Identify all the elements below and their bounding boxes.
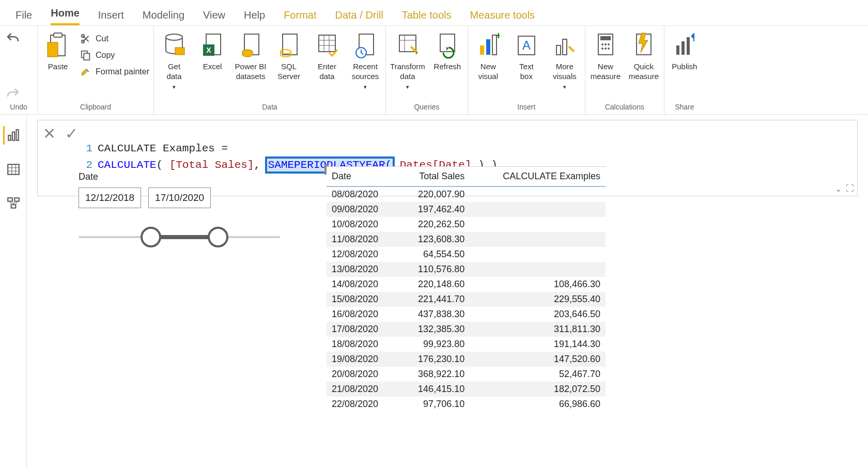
undo-icon[interactable]	[4, 31, 22, 46]
sql-server-button[interactable]: SQL Server	[273, 31, 305, 82]
group-label-clipboard: Clipboard	[42, 102, 149, 113]
text-box-button[interactable]: A Text box	[510, 31, 542, 82]
cell-date: 17/08/2020	[327, 322, 398, 337]
recent-sources-button[interactable]: Recent sources ▾	[349, 31, 381, 90]
table-row[interactable]: 08/08/2020220,007.90	[327, 186, 606, 202]
excel-icon: X	[201, 31, 224, 60]
slicer-start-date[interactable]: 12/12/2018	[79, 187, 141, 208]
tab-help[interactable]: Help	[244, 9, 265, 25]
col-header-date[interactable]: Date	[327, 167, 398, 186]
svg-point-31	[601, 43, 603, 45]
table-row[interactable]: 15/08/2020221,441.70229,555.40	[327, 292, 606, 307]
formula-expand-icon[interactable]: ⛶	[846, 184, 854, 194]
refresh-button[interactable]: Refresh	[431, 31, 463, 72]
group-label-insert: Insert	[472, 102, 581, 113]
more-visuals-label: More visuals	[553, 62, 577, 82]
transform-label: Transform data	[390, 62, 425, 82]
cell-total-sales: 220,007.90	[398, 186, 470, 202]
model-view-button[interactable]	[4, 194, 23, 213]
recent-sources-label: Recent sources	[352, 62, 379, 82]
enter-data-icon	[316, 31, 338, 60]
tab-table-tools[interactable]: Table tools	[402, 9, 452, 25]
pbi-datasets-button[interactable]: Power BI datasets	[235, 31, 267, 82]
tab-view[interactable]: View	[203, 9, 225, 25]
report-view-button[interactable]	[3, 126, 22, 145]
table-row[interactable]: 10/08/2020220,262.50	[327, 217, 606, 232]
cell-total-sales: 110,576.80	[398, 262, 470, 277]
get-data-button[interactable]: Get data ▾	[158, 31, 190, 90]
date-slicer[interactable]: Date 12/12/2018 17/10/2020	[79, 171, 280, 247]
table-row[interactable]: 14/08/2020220,148.60108,466.30	[327, 277, 606, 292]
cell-total-sales: 132,385.30	[398, 322, 470, 337]
table-header-row: Date Total Sales CALCULATE Examples	[327, 167, 606, 186]
table-row[interactable]: 20/08/2020368,922.1052,467.70	[327, 367, 606, 382]
cancel-formula-icon[interactable]: ✕	[43, 124, 56, 143]
table-row[interactable]: 13/08/2020110,576.80	[327, 262, 606, 277]
cell-calc-examples: 147,520.60	[470, 352, 606, 367]
col-header-calc-examples[interactable]: CALCULATE Examples	[470, 167, 606, 186]
new-visual-button[interactable]: + New visual	[472, 31, 504, 82]
svg-rect-22	[486, 39, 490, 55]
transform-data-button[interactable]: Transform data ▾	[390, 31, 425, 90]
chevron-down-icon: ▾	[563, 84, 566, 90]
excel-button[interactable]: X Excel	[196, 31, 228, 72]
svg-rect-8	[175, 48, 184, 55]
slicer-end-date[interactable]: 17/10/2020	[148, 187, 211, 208]
svg-rect-39	[681, 41, 685, 55]
new-measure-button[interactable]: New measure	[590, 31, 622, 82]
tab-home[interactable]: Home	[51, 7, 80, 25]
copy-button[interactable]: Copy	[80, 50, 149, 61]
svg-point-35	[605, 48, 607, 50]
table-row[interactable]: 17/08/2020132,385.30311,811.30	[327, 322, 606, 337]
cell-date: 16/08/2020	[327, 307, 398, 322]
tab-insert[interactable]: Insert	[98, 9, 124, 25]
slider-handle-end[interactable]	[208, 227, 228, 247]
cell-date: 21/08/2020	[327, 382, 398, 397]
tab-data-drill[interactable]: Data / Drill	[335, 9, 383, 25]
cell-calc-examples: 229,555.40	[470, 292, 606, 307]
paste-icon	[45, 31, 71, 60]
table-visual[interactable]: Date Total Sales CALCULATE Examples 08/0…	[327, 166, 606, 412]
cell-calc-examples	[470, 202, 606, 217]
cell-total-sales: 64,554.50	[398, 247, 470, 262]
paste-button[interactable]: Paste	[42, 31, 74, 72]
more-visuals-button[interactable]: More visuals ▾	[549, 31, 581, 90]
cut-button[interactable]: Cut	[80, 33, 149, 44]
cell-date: 09/08/2020	[327, 202, 398, 217]
table-row[interactable]: 11/08/2020123,608.30	[327, 232, 606, 247]
data-view-button[interactable]	[4, 160, 23, 179]
tab-measure-tools[interactable]: Measure tools	[470, 9, 535, 25]
formula-chevron-icon[interactable]: ⌄	[835, 184, 842, 194]
slider-handle-start[interactable]	[141, 227, 161, 247]
table-row[interactable]: 09/08/2020197,462.40	[327, 202, 606, 217]
svg-rect-2	[48, 42, 58, 57]
chevron-down-icon: ▾	[406, 84, 409, 90]
svg-text:A: A	[522, 38, 531, 52]
date-slider[interactable]	[79, 227, 280, 247]
col-header-total-sales[interactable]: Total Sales	[398, 167, 470, 186]
sql-server-icon	[277, 31, 300, 60]
tab-file[interactable]: File	[16, 9, 32, 25]
chevron-down-icon: ▾	[364, 84, 367, 90]
svg-rect-21	[480, 45, 484, 55]
table-row[interactable]: 18/08/202099,923.80191,144.30	[327, 337, 606, 352]
cell-date: 08/08/2020	[327, 186, 398, 202]
enter-data-button[interactable]: Enter data	[311, 31, 343, 82]
cell-calc-examples: 108,466.30	[470, 277, 606, 292]
cell-calc-examples: 191,144.30	[470, 337, 606, 352]
table-row[interactable]: 12/08/202064,554.50	[327, 247, 606, 262]
table-row[interactable]: 19/08/2020176,230.10147,520.60	[327, 352, 606, 367]
cell-total-sales: 146,415.10	[398, 382, 470, 397]
quick-measure-button[interactable]: Quick measure	[628, 31, 660, 82]
table-row[interactable]: 16/08/2020437,838.30203,646.50	[327, 307, 606, 322]
table-row[interactable]: 21/08/2020146,415.10182,072.50	[327, 382, 606, 397]
report-canvas[interactable]: ✕ ✓ 1CALCULATE Examples = 2CALCULATE( [T…	[27, 115, 868, 469]
format-painter-button[interactable]: Format painter	[80, 66, 149, 77]
tab-format[interactable]: Format	[284, 9, 316, 25]
svg-rect-16	[319, 35, 335, 52]
table-row[interactable]: 22/08/202097,706.1066,986.60	[327, 397, 606, 412]
tab-modeling[interactable]: Modeling	[143, 9, 184, 25]
publish-button[interactable]: Publish	[669, 31, 701, 72]
cell-calc-examples	[470, 262, 606, 277]
commit-formula-icon[interactable]: ✓	[65, 124, 78, 143]
